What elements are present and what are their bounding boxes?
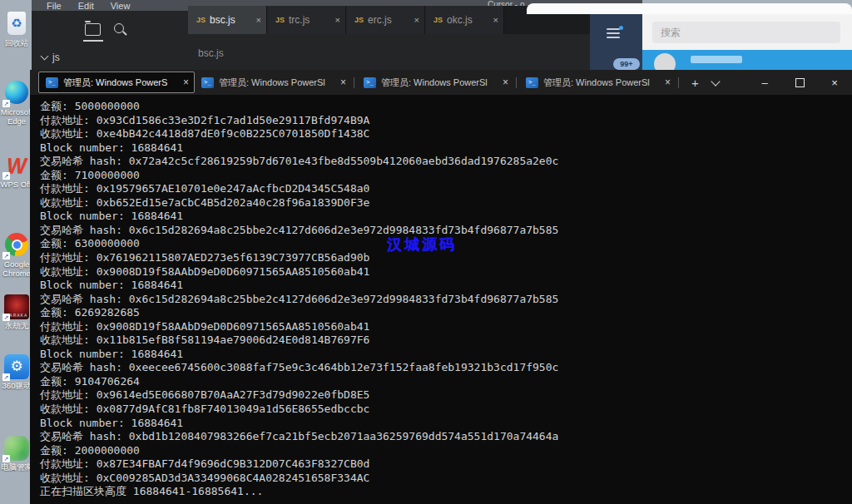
terminal-line: 金额: 7100000000 bbox=[40, 169, 852, 183]
desktop-icon-pc-manager[interactable]: ↗电脑管家 bbox=[0, 436, 33, 472]
menu-edit[interactable]: Edit bbox=[78, 1, 94, 11]
menu-file[interactable]: File bbox=[47, 1, 62, 11]
desktop-icon-column: ♻回收站↗Microsoft EdgeW↗WPS Offi↗Google Chr… bbox=[0, 0, 33, 504]
desktop-icon-recycle-bin[interactable]: ♻回收站 bbox=[0, 12, 33, 47]
desktop-icon-360-driver[interactable]: ⚙↗360驱动 bbox=[0, 354, 33, 390]
desktop-icon-google-chrome[interactable]: ↗Google Chrome bbox=[0, 232, 33, 278]
terminal-line: 收款地址: 0xb652Ed15e7aCbC4B5d202a40c28f96a1… bbox=[40, 196, 852, 210]
editor-tab-okc.js[interactable]: JSokc.js× bbox=[425, 6, 504, 34]
maximize-button[interactable] bbox=[782, 70, 817, 95]
notification-dot bbox=[619, 26, 623, 30]
terminal-tab-title: 管理员: Windows PowerSl bbox=[219, 77, 335, 89]
powershell-icon: >_ bbox=[46, 77, 58, 88]
terminal-tab-4[interactable]: >_管理员: Windows PowerSl× bbox=[519, 72, 676, 93]
desktop-screen: ♻回收站↗Microsoft EdgeW↗WPS Offi↗Google Chr… bbox=[0, 0, 852, 504]
js-file-icon: JS bbox=[433, 16, 443, 24]
recycle-bin-icon: ♻ bbox=[7, 12, 26, 35]
maximize-icon bbox=[795, 78, 805, 87]
terminal-line: 正在扫描区块高度 16884641-16885641... bbox=[40, 485, 852, 499]
close-tab-icon[interactable]: × bbox=[665, 77, 671, 88]
hamburger-menu-icon[interactable] bbox=[607, 28, 622, 41]
desktop-icon-label: Microsoft Edge bbox=[0, 107, 33, 126]
close-tab-icon[interactable]: × bbox=[340, 77, 346, 88]
chevron-down-icon bbox=[41, 52, 49, 61]
unread-count-badge: 99+ bbox=[613, 58, 640, 70]
explorer-active-underline bbox=[83, 40, 103, 42]
tree-item-label: js bbox=[52, 52, 60, 63]
close-tab-icon[interactable]: × bbox=[256, 15, 261, 25]
watermark-text: 汉城源码 bbox=[387, 235, 457, 254]
search-placeholder: 搜索 bbox=[661, 26, 681, 40]
desktop-icon-label: 永劫无 bbox=[0, 321, 33, 330]
terminal-line: Block number: 16884641 bbox=[40, 417, 852, 431]
desktop-icon-microsoft-edge[interactable]: ↗Microsoft Edge bbox=[0, 80, 33, 126]
terminal-line: 付款地址: 0x93Cd1586c33e3D2f1c7ad1d50e29117B… bbox=[40, 114, 852, 128]
desktop-icon-label: 回收站 bbox=[0, 38, 33, 47]
terminal-line: 收款地址: 0xC009285AD3d3A33499068C4A02824516… bbox=[40, 472, 852, 486]
editor-tab-label: okc.js bbox=[447, 14, 473, 26]
desktop-icon-naraka[interactable]: NARAKA↗永劫无 bbox=[0, 294, 33, 330]
tab-dropdown-icon[interactable] bbox=[711, 77, 720, 86]
terminal-output[interactable]: 金额: 5000000000付款地址: 0x93Cd1586c33e3D2f1c… bbox=[30, 95, 852, 504]
powershell-icon: >_ bbox=[364, 77, 376, 88]
terminal-window: >_管理员: Windows PowerS×>_管理员: Windows Pow… bbox=[30, 70, 852, 504]
terminal-line: Block number: 16884641 bbox=[40, 141, 852, 156]
avatar bbox=[654, 53, 676, 70]
terminal-line: 收款地址: 0x0877d9AfC81fb8F74013049a1d56E865… bbox=[40, 403, 852, 417]
terminal-tabbar: >_管理员: Windows PowerS×>_管理员: Windows Pow… bbox=[30, 70, 852, 95]
close-tab-icon[interactable]: × bbox=[414, 15, 419, 25]
terminal-tab-2[interactable]: >_管理员: Windows PowerSl× bbox=[195, 72, 351, 93]
editor-tab-label: bsc.js bbox=[210, 14, 235, 26]
tab-separator bbox=[516, 77, 517, 88]
terminal-tab-3[interactable]: >_管理员: Windows PowerSl× bbox=[357, 72, 513, 93]
messenger-window: 99+ 搜索 bbox=[527, 3, 852, 70]
terminal-line: 收款地址: 0xe4bB42c4418d87dE0f9c0B225C070185… bbox=[40, 127, 852, 141]
shortcut-arrow-icon: ↗ bbox=[2, 455, 10, 462]
desktop-icon-label: Google Chrome bbox=[0, 259, 33, 278]
js-file-icon: JS bbox=[354, 16, 364, 24]
new-tab-button[interactable]: + bbox=[691, 76, 699, 90]
terminal-line: 交易哈希 hash: 0xbd1b1208407983266ef7ca21bf5… bbox=[40, 430, 852, 444]
terminal-line: Block number: 16884641 bbox=[40, 279, 852, 293]
minimize-button[interactable]: – bbox=[747, 70, 782, 95]
editor-tab-label: trc.js bbox=[289, 14, 310, 26]
js-file-icon: JS bbox=[275, 16, 285, 24]
close-tab-icon[interactable]: × bbox=[493, 15, 498, 25]
search-icon[interactable] bbox=[114, 23, 124, 33]
terminal-line: 金额: 9104706264 bbox=[40, 375, 852, 389]
js-file-icon: JS bbox=[196, 16, 206, 24]
explorer-icon[interactable] bbox=[85, 23, 101, 36]
terminal-line: 交易哈希 hash: 0x72a42c5cf28619259b7d6701e43… bbox=[40, 155, 852, 169]
terminal-line: 交易哈希 hash: 0xeecee6745600c3088faf75e9c3c… bbox=[40, 361, 852, 375]
search-input[interactable]: 搜索 bbox=[652, 22, 840, 43]
terminal-line: Block number: 16884641 bbox=[40, 210, 852, 224]
shortcut-arrow-icon: ↗ bbox=[2, 314, 10, 321]
close-tab-icon[interactable]: × bbox=[183, 77, 189, 88]
close-tab-icon[interactable]: × bbox=[335, 15, 340, 25]
terminal-line: 付款地址: 0x19579657AE10701e0e247aAcfbcD2D43… bbox=[40, 182, 852, 196]
tab-separator bbox=[354, 77, 354, 88]
powershell-icon: >_ bbox=[526, 77, 538, 88]
selected-conversation-row[interactable] bbox=[642, 50, 852, 70]
desktop-icon-label: 电脑管家 bbox=[0, 462, 33, 472]
close-tab-icon[interactable]: × bbox=[503, 77, 508, 88]
terminal-line: 收款地址: 0x9008D19f58AAbD9eD0D60971565AA851… bbox=[40, 265, 852, 279]
terminal-tab-1[interactable]: >_管理员: Windows PowerS× bbox=[38, 72, 195, 93]
menu-view[interactable]: View bbox=[111, 1, 131, 11]
breadcrumb[interactable]: bsc.js bbox=[198, 47, 224, 59]
desktop-icon-label: WPS Offi bbox=[0, 180, 33, 189]
close-button[interactable]: × bbox=[817, 70, 852, 95]
editor-tab-trc.js[interactable]: JStrc.js× bbox=[267, 6, 346, 34]
terminal-line: 金额: 2000000000 bbox=[40, 444, 852, 458]
messenger-titlebar[interactable] bbox=[527, 3, 852, 14]
editor-tab-erc.js[interactable]: JSerc.js× bbox=[346, 6, 425, 34]
desktop-icon-wps-office[interactable]: W↗WPS Offi bbox=[0, 153, 33, 189]
messenger-sidebar: 99+ bbox=[590, 14, 642, 70]
terminal-tab-title: 管理员: Windows PowerSl bbox=[543, 77, 660, 89]
editor-tab-bsc.js[interactable]: JSbsc.js× bbox=[188, 6, 267, 34]
terminal-line: 金额: 6269282685 bbox=[40, 306, 852, 320]
terminal-line: 收款地址: 0x11b815efB8f581194ae79006d24E0d81… bbox=[40, 334, 852, 348]
terminal-tab-title: 管理员: Windows PowerSl bbox=[381, 77, 498, 89]
explorer-tree-item-js[interactable]: js bbox=[42, 52, 60, 63]
terminal-line: 付款地址: 0x87E34FBAF7d4f9696dC9B312D07C463F… bbox=[40, 457, 852, 472]
